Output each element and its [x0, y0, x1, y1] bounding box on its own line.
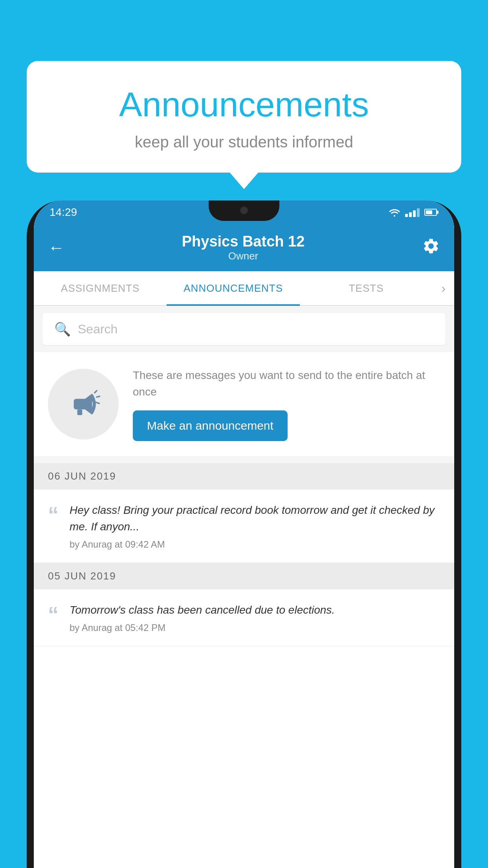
status-bar: 14:29: [34, 200, 454, 224]
quote-icon-1: “: [48, 504, 59, 525]
svg-line-3: [96, 403, 99, 404]
phone-frame: 14:29: [27, 200, 461, 868]
bubble-subtitle: keep all your students informed: [58, 133, 430, 151]
phone-screen: 14:29: [34, 200, 454, 868]
header-title: Physics Batch 12: [182, 233, 305, 250]
tab-more[interactable]: ›: [433, 271, 454, 305]
date-separator-1: 06 JUN 2019: [34, 463, 454, 489]
megaphone-icon: [66, 386, 101, 422]
svg-line-2: [97, 396, 99, 397]
announcement-item-2-text: Tomorrow's class has been cancelled due …: [70, 602, 335, 618]
search-icon: 🔍: [54, 321, 71, 337]
search-placeholder: Search: [78, 322, 117, 337]
speech-bubble: Announcements keep all your students inf…: [27, 61, 461, 173]
announcement-right: These are messages you want to send to t…: [133, 367, 440, 441]
battery-icon: [424, 209, 438, 216]
announcement-description: These are messages you want to send to t…: [133, 367, 440, 400]
bubble-title: Announcements: [58, 85, 430, 125]
announcement-item-1[interactable]: “ Hey class! Bring your practical record…: [34, 489, 454, 563]
header-subtitle: Owner: [182, 250, 305, 262]
tab-tests[interactable]: TESTS: [300, 271, 433, 305]
app-header: ← Physics Batch 12 Owner: [34, 224, 454, 271]
header-center: Physics Batch 12 Owner: [182, 233, 305, 262]
make-announcement-button[interactable]: Make an announcement: [133, 410, 288, 441]
svg-line-1: [95, 391, 97, 393]
wifi-icon: [389, 208, 400, 217]
tab-announcements[interactable]: ANNOUNCEMENTS: [167, 271, 299, 305]
notch: [209, 200, 279, 221]
notch-camera: [240, 206, 248, 215]
announcement-item-2-meta: by Anurag at 05:42 PM: [70, 622, 335, 633]
announcement-item-2[interactable]: “ Tomorrow's class has been cancelled du…: [34, 589, 454, 646]
svg-rect-0: [77, 410, 83, 415]
content-area: 🔍 Search: [34, 306, 454, 646]
announcement-item-1-content: Hey class! Bring your practical record b…: [70, 502, 440, 550]
speech-bubble-section: Announcements keep all your students inf…: [27, 61, 461, 173]
quote-icon-2: “: [48, 603, 59, 625]
signal-icon: [405, 208, 420, 217]
announcement-empty-state: These are messages you want to send to t…: [34, 352, 454, 456]
settings-button[interactable]: [422, 237, 440, 259]
tab-assignments[interactable]: ASSIGNMENTS: [34, 271, 167, 305]
announcement-item-1-text: Hey class! Bring your practical record b…: [70, 502, 440, 535]
date-separator-2: 05 JUN 2019: [34, 563, 454, 589]
announcement-item-2-content: Tomorrow's class has been cancelled due …: [70, 602, 335, 633]
announcement-item-1-meta: by Anurag at 09:42 AM: [70, 539, 440, 550]
search-bar[interactable]: 🔍 Search: [42, 313, 446, 345]
announcement-icon-circle: [48, 369, 119, 440]
tabs-bar: ASSIGNMENTS ANNOUNCEMENTS TESTS ›: [34, 271, 454, 306]
status-time: 14:29: [50, 206, 77, 219]
status-icons: [389, 208, 438, 217]
back-button[interactable]: ←: [48, 238, 64, 257]
